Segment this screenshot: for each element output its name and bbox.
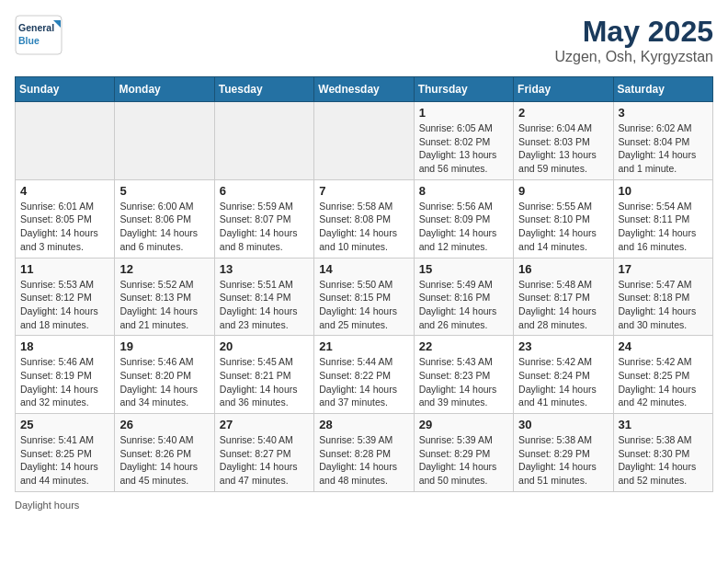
calendar-week-3: 11Sunrise: 5:53 AMSunset: 8:12 PMDayligh… xyxy=(16,258,713,336)
day-number: 7 xyxy=(319,184,408,198)
dow-header-tuesday: Tuesday xyxy=(214,77,313,102)
calendar-cell: 1Sunrise: 6:05 AMSunset: 8:02 PMDaylight… xyxy=(414,102,513,180)
day-info: Sunrise: 5:45 AMSunset: 8:21 PMDaylight:… xyxy=(220,355,309,409)
calendar-cell: 16Sunrise: 5:48 AMSunset: 8:17 PMDayligh… xyxy=(514,258,613,336)
calendar-cell: 28Sunrise: 5:39 AMSunset: 8:28 PMDayligh… xyxy=(314,414,414,492)
day-number: 26 xyxy=(119,418,209,431)
day-info: Sunrise: 5:49 AMSunset: 8:16 PMDaylight:… xyxy=(419,278,508,332)
footer-note: Daylight hours xyxy=(15,500,713,511)
day-number: 14 xyxy=(319,262,408,276)
day-info: Sunrise: 6:02 AMSunset: 8:04 PMDaylight:… xyxy=(619,121,708,176)
day-number: 10 xyxy=(619,184,708,198)
day-number: 5 xyxy=(119,184,209,198)
day-number: 17 xyxy=(619,262,708,276)
day-info: Sunrise: 5:50 AMSunset: 8:15 PMDaylight:… xyxy=(319,278,408,332)
day-number: 16 xyxy=(518,262,608,276)
calendar-cell: 21Sunrise: 5:44 AMSunset: 8:22 PMDayligh… xyxy=(314,336,414,414)
calendar-cell: 17Sunrise: 5:47 AMSunset: 8:18 PMDayligh… xyxy=(613,258,712,336)
day-info: Sunrise: 5:52 AMSunset: 8:13 PMDaylight:… xyxy=(119,278,209,332)
svg-text:Blue: Blue xyxy=(18,35,40,46)
calendar-cell xyxy=(115,102,214,180)
day-info: Sunrise: 5:58 AMSunset: 8:08 PMDaylight:… xyxy=(319,200,408,254)
title-block: May 2025 Uzgen, Osh, Kyrgyzstan xyxy=(554,15,713,65)
day-info: Sunrise: 5:46 AMSunset: 8:19 PMDaylight:… xyxy=(20,355,109,409)
page-header: General Blue May 2025 Uzgen, Osh, Kyrgyz… xyxy=(15,15,713,65)
page-subtitle: Uzgen, Osh, Kyrgyzstan xyxy=(554,49,713,65)
svg-text:General: General xyxy=(18,22,54,33)
day-info: Sunrise: 5:39 AMSunset: 8:29 PMDaylight:… xyxy=(419,433,508,488)
day-number: 12 xyxy=(119,262,209,276)
dow-header-monday: Monday xyxy=(115,77,214,102)
calendar-cell: 9Sunrise: 5:55 AMSunset: 8:10 PMDaylight… xyxy=(514,179,613,258)
calendar-week-2: 4Sunrise: 6:01 AMSunset: 8:05 PMDaylight… xyxy=(16,179,713,258)
calendar-cell: 27Sunrise: 5:40 AMSunset: 8:27 PMDayligh… xyxy=(214,414,313,492)
day-number: 24 xyxy=(619,339,708,353)
days-of-week-row: SundayMondayTuesdayWednesdayThursdayFrid… xyxy=(16,77,713,102)
calendar-cell: 30Sunrise: 5:38 AMSunset: 8:29 PMDayligh… xyxy=(514,414,613,492)
day-number: 21 xyxy=(319,339,408,353)
daylight-note: Daylight hours xyxy=(15,500,79,511)
day-info: Sunrise: 5:39 AMSunset: 8:28 PMDaylight:… xyxy=(319,433,408,488)
day-info: Sunrise: 5:53 AMSunset: 8:12 PMDaylight:… xyxy=(20,278,109,332)
calendar-cell: 18Sunrise: 5:46 AMSunset: 8:19 PMDayligh… xyxy=(16,336,115,414)
day-number: 11 xyxy=(20,262,109,276)
day-number: 6 xyxy=(220,184,309,198)
day-info: Sunrise: 6:01 AMSunset: 8:05 PMDaylight:… xyxy=(20,200,109,254)
calendar-cell: 22Sunrise: 5:43 AMSunset: 8:23 PMDayligh… xyxy=(414,336,513,414)
day-info: Sunrise: 5:42 AMSunset: 8:24 PMDaylight:… xyxy=(518,355,608,409)
day-number: 23 xyxy=(518,339,608,353)
calendar-cell: 6Sunrise: 5:59 AMSunset: 8:07 PMDaylight… xyxy=(214,179,313,258)
day-info: Sunrise: 5:43 AMSunset: 8:23 PMDaylight:… xyxy=(419,355,508,409)
day-info: Sunrise: 5:46 AMSunset: 8:20 PMDaylight:… xyxy=(119,355,209,409)
calendar-table: SundayMondayTuesdayWednesdayThursdayFrid… xyxy=(15,76,713,492)
calendar-cell: 20Sunrise: 5:45 AMSunset: 8:21 PMDayligh… xyxy=(214,336,313,414)
calendar-cell: 12Sunrise: 5:52 AMSunset: 8:13 PMDayligh… xyxy=(115,258,214,336)
day-info: Sunrise: 5:54 AMSunset: 8:11 PMDaylight:… xyxy=(619,200,708,254)
day-info: Sunrise: 5:40 AMSunset: 8:26 PMDaylight:… xyxy=(119,433,209,488)
day-info: Sunrise: 6:04 AMSunset: 8:03 PMDaylight:… xyxy=(518,121,608,176)
day-number: 3 xyxy=(619,106,708,120)
day-number: 1 xyxy=(419,106,508,120)
calendar-cell: 23Sunrise: 5:42 AMSunset: 8:24 PMDayligh… xyxy=(514,336,613,414)
day-info: Sunrise: 5:40 AMSunset: 8:27 PMDaylight:… xyxy=(220,433,309,488)
day-number: 18 xyxy=(20,339,109,353)
dow-header-wednesday: Wednesday xyxy=(314,77,414,102)
day-number: 28 xyxy=(319,418,408,431)
day-info: Sunrise: 6:05 AMSunset: 8:02 PMDaylight:… xyxy=(419,121,508,176)
day-number: 31 xyxy=(619,418,708,431)
calendar-cell: 26Sunrise: 5:40 AMSunset: 8:26 PMDayligh… xyxy=(115,414,214,492)
calendar-cell: 7Sunrise: 5:58 AMSunset: 8:08 PMDaylight… xyxy=(314,179,414,258)
dow-header-thursday: Thursday xyxy=(414,77,513,102)
calendar-week-1: 1Sunrise: 6:05 AMSunset: 8:02 PMDaylight… xyxy=(16,102,713,180)
day-number: 19 xyxy=(119,339,209,353)
day-info: Sunrise: 5:59 AMSunset: 8:07 PMDaylight:… xyxy=(220,200,309,254)
dow-header-sunday: Sunday xyxy=(16,77,115,102)
calendar-week-4: 18Sunrise: 5:46 AMSunset: 8:19 PMDayligh… xyxy=(16,336,713,414)
logo: General Blue xyxy=(15,15,63,55)
calendar-cell: 15Sunrise: 5:49 AMSunset: 8:16 PMDayligh… xyxy=(414,258,513,336)
day-number: 9 xyxy=(518,184,608,198)
calendar-cell: 29Sunrise: 5:39 AMSunset: 8:29 PMDayligh… xyxy=(414,414,513,492)
calendar-cell: 2Sunrise: 6:04 AMSunset: 8:03 PMDaylight… xyxy=(514,102,613,180)
day-info: Sunrise: 5:38 AMSunset: 8:29 PMDaylight:… xyxy=(518,433,608,488)
day-number: 13 xyxy=(220,262,309,276)
day-info: Sunrise: 5:55 AMSunset: 8:10 PMDaylight:… xyxy=(518,200,608,254)
calendar-cell: 5Sunrise: 6:00 AMSunset: 8:06 PMDaylight… xyxy=(115,179,214,258)
day-number: 30 xyxy=(518,418,608,431)
calendar-cell: 31Sunrise: 5:38 AMSunset: 8:30 PMDayligh… xyxy=(613,414,712,492)
day-number: 25 xyxy=(20,418,109,431)
day-info: Sunrise: 5:51 AMSunset: 8:14 PMDaylight:… xyxy=(220,278,309,332)
day-info: Sunrise: 5:56 AMSunset: 8:09 PMDaylight:… xyxy=(419,200,508,254)
calendar-cell xyxy=(16,102,115,180)
day-number: 27 xyxy=(220,418,309,431)
day-info: Sunrise: 5:42 AMSunset: 8:25 PMDaylight:… xyxy=(619,355,708,409)
day-number: 15 xyxy=(419,262,508,276)
calendar-cell: 19Sunrise: 5:46 AMSunset: 8:20 PMDayligh… xyxy=(115,336,214,414)
calendar-cell: 25Sunrise: 5:41 AMSunset: 8:25 PMDayligh… xyxy=(16,414,115,492)
calendar-cell xyxy=(314,102,414,180)
calendar-body: 1Sunrise: 6:05 AMSunset: 8:02 PMDaylight… xyxy=(16,102,713,492)
calendar-cell xyxy=(214,102,313,180)
day-info: Sunrise: 5:48 AMSunset: 8:17 PMDaylight:… xyxy=(518,278,608,332)
day-number: 22 xyxy=(419,339,508,353)
calendar-cell: 10Sunrise: 5:54 AMSunset: 8:11 PMDayligh… xyxy=(613,179,712,258)
